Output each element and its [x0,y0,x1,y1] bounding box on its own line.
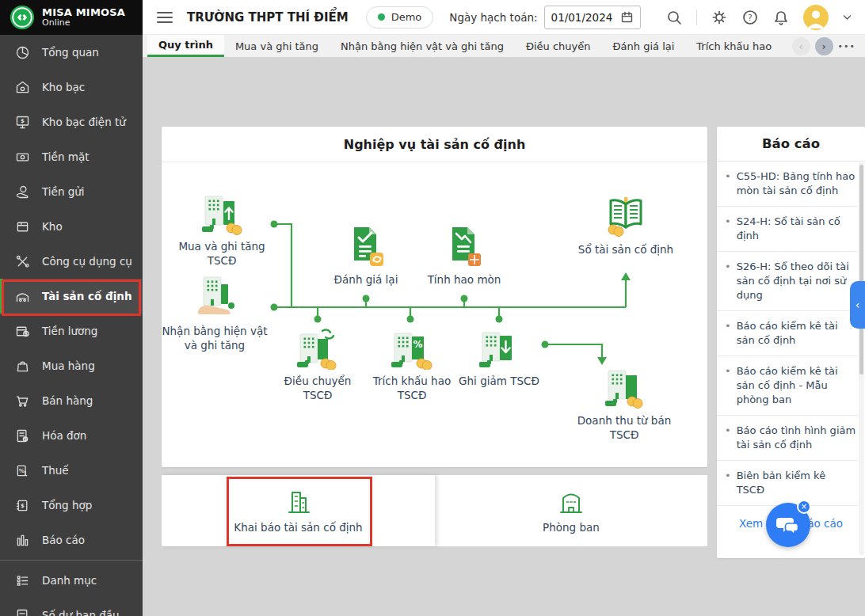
invoice-icon: $ [14,428,31,444]
building-coins-icon [602,365,646,409]
sidebar-item-cong-cu-dung-cu[interactable]: Công cụ dụng cụ [0,244,143,279]
list-icon [14,572,31,589]
sidebar-item-kho-bac-dien-tu[interactable]: $ Kho bạc điện tử [0,105,143,139]
report-item-label: S24-H: Sổ tài sản cố định [737,215,856,243]
sidebar-item-bao-cao[interactable]: Báo cáo [0,523,143,557]
report-item-kiem-ke-mau-phong-ban[interactable]: •Báo cáo kiểm kê tài sản cố định - Mẫu p… [717,356,858,416]
workflow-node-so-tscd[interactable]: Sổ tài sản cố định [566,194,685,257]
bank-icon [14,79,31,96]
workflow-node-doanh-thu[interactable]: Doanh thu từ bán TSCĐ [565,365,684,442]
sidebar-item-label: Số dư ban đầu [42,609,120,616]
workflow-node-nhan-hien-vat[interactable]: Nhận bằng hiện vật và ghi tăng [151,276,278,352]
bar-chart-icon [14,532,31,549]
workflow-node-ghi-giam[interactable]: Ghi giảm TSCĐ [444,325,554,388]
chat-close-button[interactable]: × [797,500,811,514]
tab-scroll-left-icon[interactable]: ‹ [792,37,810,55]
bullet-icon: • [725,364,731,407]
app-logo[interactable]: MISA MIMOSA Online [0,0,143,35]
report-panel: Báo cáo •C55-HD: Bảng tính hao mòn tài s… [717,127,865,558]
workflow-node-dieu-chuyen[interactable]: Điều chuyển TSCĐ [274,325,361,402]
chevron-down-icon[interactable] [842,12,852,22]
sidebar-item-label: Công cụ dụng cụ [42,255,132,268]
sidebar-item-kho-bac[interactable]: Kho bạc [0,70,143,105]
tab-nhan-bang-hien-vat[interactable]: Nhận bằng hiện vật và ghi tăng [330,35,515,57]
sidebar-item-label: Hóa đơn [42,429,86,442]
sidebar-item-danh-muc[interactable]: Danh mục [0,563,143,598]
demo-badge-label: Demo [391,11,422,23]
building-percent-coins-icon: % [390,325,434,370]
sidebar-item-label: Tổng quan [42,46,99,59]
toolbar-divider [696,10,697,25]
node-label: Nhận bằng hiện vật và ghi tăng [151,324,278,352]
tab-dieu-chuyen[interactable]: Điều chuyển [515,35,602,57]
workflow-node-tinh-hao-mon[interactable]: Tính hao mòn [417,224,512,287]
calendar-icon[interactable] [620,10,634,24]
cash-icon [14,149,31,165]
hamburger-menu-icon[interactable] [157,12,173,23]
monitor-icon: $ [14,114,31,131]
report-item-c55-hd[interactable]: •C55-HD: Bảng tính hao mòn tài sản cố đị… [717,162,858,207]
pie-chart-icon [14,44,31,61]
sidebar-item-tien-luong[interactable]: $ Tiền lương [0,314,143,348]
user-avatar[interactable] [803,5,829,30]
sidebar-item-kho[interactable]: Kho [0,209,143,244]
sidebar-item-thue[interactable]: % Thuế [0,453,143,488]
report-item-label: C55-HD: Bảng tính hao mòn tài sản cố địn… [737,169,856,198]
tab-mua-va-ghi-tang[interactable]: Mua và ghi tăng [224,35,330,57]
sidebar-item-label: Kho [42,220,63,233]
workflow-node-danh-gia-lai[interactable]: Đánh giá lại [318,224,413,287]
panel-scrollbar-thumb[interactable] [859,165,863,375]
misa-logo-icon [10,5,35,30]
shortcut-khai-bao-tscd[interactable]: Khai báo tài sản cố định [162,475,435,546]
report-item-label: Báo cáo kiểm kê tài sản cố định - Mẫu ph… [737,364,856,407]
car-garage-icon [14,288,31,305]
svg-text:$: $ [21,502,25,508]
sidebar-item-tai-san-co-dinh[interactable]: Tài sản cố định [0,279,143,314]
workflow-node-mua-ghi-tang[interactable]: Mua và ghi tăng TSCĐ [162,191,281,268]
report-item-s26-h[interactable]: •S26-H: Sổ theo dõi tài sản cố định tại … [717,252,858,311]
report-item-bien-ban-kiem-ke[interactable]: •Biên bản kiểm kê TSCĐ [717,461,858,506]
posting-date-input[interactable]: 01/01/2024 [544,6,641,29]
sidebar-item-label: Thuế [42,464,69,477]
svg-text:%: % [19,467,25,473]
workflow-diagram: Mua và ghi tăng TSCĐ Nhận bằng hiện vật … [162,162,707,467]
node-label: Sổ tài sản cố định [566,242,685,257]
sidebar-item-label: Tài sản cố định [42,290,132,302]
sidebar-item-mua-hang[interactable]: Mua hàng [0,348,143,383]
report-list: •C55-HD: Bảng tính hao mòn tài sản cố đị… [717,162,865,506]
report-item-tinh-hinh-giam[interactable]: •Báo cáo tình hình giảm tài sản cố định [717,416,858,461]
building-up-coins-icon [200,191,244,235]
sidebar-item-label: Tổng hợp [42,499,92,511]
panel-scrollbar[interactable] [859,162,864,555]
sidebar-item-label: Kho bạc điện tử [42,116,126,128]
asset-book-icon [604,194,648,238]
tab-quy-trinh[interactable]: Quy trình [147,35,224,57]
document-icon [14,607,31,616]
panel-collapse-handle[interactable]: ‹ [850,281,865,329]
sidebar-item-ban-hang[interactable]: Bán hàng [0,383,143,418]
sidebar-item-hoa-don[interactable]: $ Hóa đơn [0,418,143,453]
tab-scroll-right-icon[interactable]: › [815,37,833,55]
sidebar-item-so-du-ban-dau[interactable]: Số dư ban đầu [0,598,143,616]
sidebar-item-tong-quan[interactable]: Tổng quan [0,35,143,70]
report-item-s24-h[interactable]: •S24-H: Sổ tài sản cố định [717,207,858,252]
search-icon[interactable] [665,9,683,26]
tab-trich-khau-hao[interactable]: Trích khấu hao [685,35,783,57]
tab-danh-gia-lai[interactable]: Đánh giá lại [602,35,686,57]
shortcut-phong-ban[interactable]: Phòng ban [435,475,707,546]
box-icon [14,219,31,235]
payroll-icon: $ [14,323,31,340]
sidebar-item-tong-hop[interactable]: $ Tổng hợp [0,488,143,523]
person-icon [803,5,829,30]
gear-icon[interactable] [711,9,728,26]
help-icon[interactable]: ? [741,9,759,26]
sidebar-item-tien-gui[interactable]: Tiền gửi [0,174,143,209]
node-label: Đánh giá lại [318,272,413,287]
tab-more-icon[interactable]: ••• [838,41,855,51]
sidebar-item-label: Bán hàng [42,394,93,407]
report-item-label: S26-H: Sổ theo dõi tài sản cố định tại n… [737,260,856,302]
shortcut-label: Khai báo tài sản cố định [234,521,362,534]
bell-icon[interactable] [772,9,790,26]
report-item-kiem-ke[interactable]: •Báo cáo kiểm kê tài sản cố định [717,311,858,356]
sidebar-item-tien-mat[interactable]: Tiền mặt [0,139,143,174]
